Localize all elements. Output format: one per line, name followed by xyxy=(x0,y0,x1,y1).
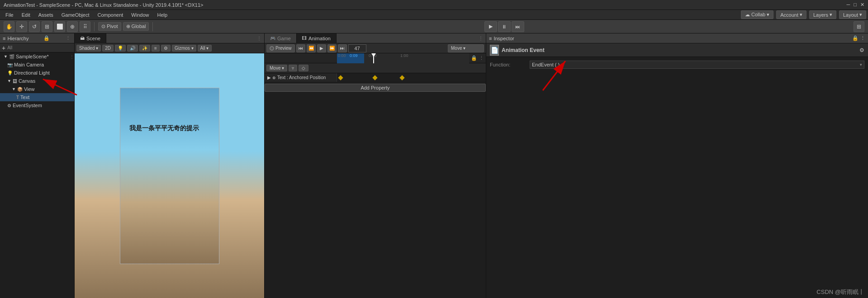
menu-window[interactable]: Window xyxy=(128,11,152,19)
hierarchy-main-camera[interactable]: 📷 Main Camera xyxy=(0,61,74,69)
track-content[interactable] xyxy=(337,73,486,82)
timeline-area: 0:00 0:30 1:00 0:09 🔒 ⋮ Move ▾ xyxy=(265,53,486,298)
restore-btn[interactable]: □ xyxy=(854,2,857,8)
hierarchy-directional-light[interactable]: 💡 Directional Light xyxy=(0,69,74,77)
separator-2 xyxy=(152,22,153,31)
move-dropdown: Move ▾ ▿ ◇ xyxy=(266,65,308,71)
gear-btn[interactable]: ⚙ xyxy=(161,45,171,52)
timeline-playhead[interactable] xyxy=(373,53,374,63)
layout-button[interactable]: Layout ▾ xyxy=(839,10,866,19)
timeline-ruler[interactable]: 0:00 0:30 1:00 0:09 xyxy=(337,53,469,63)
playhead-head xyxy=(371,53,376,57)
hierarchy-canvas[interactable]: ▼ 🖼 Canvas xyxy=(0,77,74,85)
anim-panel-more[interactable]: ⋮ xyxy=(479,36,486,41)
nav-btn[interactable]: ≡ xyxy=(152,45,160,52)
game-frame: 我是一条平平无奇的提示 xyxy=(120,88,219,264)
collab-button[interactable]: ☁ Collab ▾ xyxy=(741,10,773,19)
anim-tab-row: 🎮 Game 🎞 Animation ⋮ xyxy=(265,33,486,43)
timeline-track-row: ▶ ⊕ Text : Anchored Position xyxy=(265,73,486,82)
minimize-btn[interactable]: ─ xyxy=(847,2,850,8)
hierarchy-text[interactable]: T Text xyxy=(0,93,74,101)
curve-btn[interactable]: ◇ xyxy=(299,65,308,71)
tab-scene[interactable]: 🏔 Scene xyxy=(75,33,106,43)
menu-assets[interactable]: Assets xyxy=(35,11,57,19)
2d-btn[interactable]: 2D xyxy=(102,45,114,52)
lock-icon[interactable]: 🔒 xyxy=(471,55,477,61)
keyframe-diamond-2[interactable] xyxy=(372,75,377,80)
menu-gameobject[interactable]: GameObject xyxy=(58,11,93,19)
rotate-tool-btn[interactable]: ↺ xyxy=(29,21,40,32)
hierarchy-view[interactable]: ▼ 📦 View xyxy=(0,85,74,93)
function-label: Function: xyxy=(490,62,526,67)
all-scene-btn[interactable]: All ▾ xyxy=(198,45,212,52)
close-btn[interactable]: ✕ xyxy=(860,2,864,8)
layers-button[interactable]: Layers ▾ xyxy=(809,10,836,19)
function-row: Function: EndEvent ( ) ▾ xyxy=(490,61,864,69)
inspector-lock-icon[interactable]: 🔒 xyxy=(852,35,859,41)
inspector-settings-icon[interactable]: ⚙ xyxy=(859,47,864,53)
scale-tool-btn[interactable]: ⊞ xyxy=(42,21,52,32)
anim-play-btn[interactable]: ▶ xyxy=(317,44,326,52)
audio-btn[interactable]: 🔊 xyxy=(127,45,138,52)
scene-panel-more[interactable]: ⋮ xyxy=(257,36,264,41)
preview-btn[interactable]: Preview xyxy=(266,44,295,52)
effects-btn[interactable]: ✨ xyxy=(139,45,150,52)
inspector-panel: ≡ Inspector 🔒 ⋮ 📄 Animation Event ⚙ Func… xyxy=(486,33,868,298)
menu-component[interactable]: Component xyxy=(94,11,127,19)
expand-icon[interactable]: ▶ xyxy=(267,75,271,80)
hierarchy-eventsystem[interactable]: ⚙ EventSystem xyxy=(0,101,74,109)
shaded-dropdown[interactable]: Shaded ▾ xyxy=(76,45,101,52)
main-area: ≡ Hierarchy 🔒 ⋮ + All ▼ 🎬 SampleScene* ⋮… xyxy=(0,33,868,298)
snap-settings-btn[interactable]: ⊞ xyxy=(854,21,864,32)
anim-prev-btn[interactable]: ⏪ xyxy=(307,44,316,52)
add-property-button[interactable]: Add Property xyxy=(265,84,486,92)
inspector-header: ≡ Inspector 🔒 ⋮ xyxy=(486,33,868,43)
menu-edit[interactable]: Edit xyxy=(18,11,34,19)
hand-tool-btn[interactable]: ✋ xyxy=(4,21,14,32)
anim-end-btn[interactable]: ⏭ xyxy=(338,44,347,52)
hierarchy-icon: ≡ xyxy=(3,36,5,41)
inspector-more-icon[interactable]: ⋮ xyxy=(860,35,865,41)
anim-toolbar: Preview ⏮ ⏪ ▶ ⏩ ⏭ Move ▾ xyxy=(265,43,486,53)
ruler-mark-0: 0:00 xyxy=(338,53,346,58)
account-button[interactable]: Account ▾ xyxy=(776,10,806,19)
title-bar: AnimationTest - SampleScene - PC, Mac & … xyxy=(0,0,868,10)
light-btn[interactable]: 💡 xyxy=(115,45,126,52)
move-tool-btn[interactable]: ✛ xyxy=(16,21,27,32)
gizmos-btn[interactable]: Gizmos ▾ xyxy=(172,45,196,52)
anim-next-btn[interactable]: ⏩ xyxy=(327,44,337,52)
tab-animation[interactable]: 🎞 Animation xyxy=(297,33,337,43)
hierarchy-more-btn[interactable]: ⋮ xyxy=(70,54,74,59)
timeline-header: 0:00 0:30 1:00 0:09 🔒 ⋮ xyxy=(265,53,486,63)
keyframe-diamond-3[interactable] xyxy=(399,75,404,80)
toolbar: ✋ ✛ ↺ ⊞ ⬜ ⊕ ⠿ ⊙ Pivot ⊕ Global ▶ ⏸ ⏭ ⊞ xyxy=(0,20,868,33)
menu-bar: File Edit Assets GameObject Component Wi… xyxy=(0,10,868,20)
hierarchy-samplescene[interactable]: ▼ 🎬 SampleScene* ⋮ xyxy=(0,52,74,61)
function-value-dropdown[interactable]: EndEvent ( ) ▾ xyxy=(530,61,864,69)
step-button[interactable]: ⏭ xyxy=(512,21,524,32)
transform-tool-btn[interactable]: ⊕ xyxy=(67,21,78,32)
add-property-row: Add Property xyxy=(265,82,486,93)
track-label: ▶ ⊕ Text : Anchored Position xyxy=(265,73,337,82)
move-dropdown-btn[interactable]: Move ▾ xyxy=(266,65,287,71)
custom-tool-btn[interactable]: ⠿ xyxy=(80,21,90,32)
tab-game[interactable]: 🎮 Game xyxy=(265,33,297,43)
xyz-btn[interactable]: ▿ xyxy=(289,65,297,71)
menu-file[interactable]: File xyxy=(2,11,17,19)
pivot-label[interactable]: ⊙ Pivot xyxy=(98,22,121,31)
anim-start-btn[interactable]: ⏮ xyxy=(296,44,305,52)
timeline-more-icon[interactable]: ⋮ xyxy=(479,55,484,61)
global-label[interactable]: ⊕ Global xyxy=(123,22,149,31)
keyframe-diamond-1[interactable] xyxy=(338,75,343,80)
play-button[interactable]: ▶ xyxy=(484,21,497,32)
hierarchy-add-btn[interactable]: + xyxy=(2,44,5,52)
menu-help[interactable]: Help xyxy=(153,11,171,19)
hierarchy-lock-icon[interactable]: 🔒 xyxy=(43,35,50,42)
title-text: AnimationTest - SampleScene - PC, Mac & … xyxy=(4,2,203,8)
rect-tool-btn[interactable]: ⬜ xyxy=(54,21,65,32)
hierarchy-more-icon[interactable]: ⋮ xyxy=(64,35,71,42)
frame-input[interactable] xyxy=(348,44,366,52)
anim-clip-dropdown[interactable]: Move ▾ xyxy=(448,44,484,52)
pause-button[interactable]: ⏸ xyxy=(498,21,511,32)
game-text-label: 我是一条平平无奇的提示 xyxy=(129,124,199,132)
